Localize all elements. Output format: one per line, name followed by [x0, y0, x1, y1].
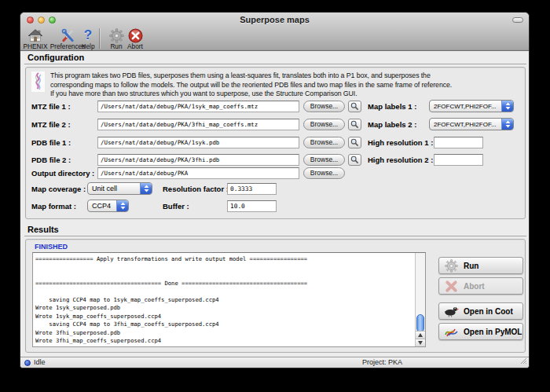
open-in-coot-button[interactable]: Open in Coot	[438, 302, 523, 320]
popup-stepper-icon	[501, 101, 513, 112]
map-labels-1-label: Map labels 1 :	[368, 101, 416, 112]
window-header[interactable]: Superpose maps PHENIX	[20, 13, 529, 51]
project-label: Project: PKA	[362, 357, 402, 368]
configuration-divider	[24, 64, 526, 64]
toolbar-button-phenix[interactable]: PHENIX	[22, 27, 49, 50]
arrow-up-icon	[418, 333, 423, 337]
status-badge: FINISHED	[35, 243, 68, 251]
open-in-pymol-button[interactable]: Open in PyMOL	[438, 323, 523, 340]
open-in-coot-label: Open in Coot	[464, 307, 513, 316]
popup-stepper-icon	[140, 183, 152, 194]
toolbar: PHENIX Preferences ? Help	[20, 27, 529, 51]
mtz-file-1-browse-button[interactable]: Browse...	[303, 101, 345, 112]
magnifier-icon	[350, 102, 359, 111]
results-section-title: Results	[28, 225, 59, 234]
map-coverage-popup[interactable]: Unit cell	[87, 182, 152, 195]
status-text: Idle	[34, 357, 46, 368]
status-indicator-icon	[24, 360, 31, 366]
configuration-section-title: Configuration	[28, 53, 84, 62]
abort-button-label: Abort	[464, 282, 485, 291]
gear-icon	[442, 259, 460, 273]
open-in-pymol-label: Open in PyMOL	[464, 328, 522, 336]
gear-icon	[107, 27, 126, 43]
arrow-down-icon	[418, 341, 423, 345]
main-content: Configuration This program takes two PDB…	[20, 51, 529, 357]
pdb-file-2-input[interactable]	[97, 154, 299, 166]
toolbar-label-help: Help	[79, 43, 97, 50]
mtz-file-2-inspect-button[interactable]	[348, 119, 361, 130]
map-labels-2-label: Map labels 2 :	[368, 119, 416, 130]
map-coverage-label: Map coverage :	[31, 183, 86, 195]
toolbar-label-abort: Abort	[124, 43, 146, 50]
abort-button[interactable]: Abort	[438, 277, 523, 295]
toolbar-label-phenix: PHENIX	[22, 43, 49, 50]
pdb-file-1-input[interactable]	[97, 137, 299, 148]
pdb-file-1-inspect-button[interactable]	[348, 137, 361, 148]
pdb-file-1-label: PDB file 1 :	[31, 137, 71, 148]
toolbar-toggle-button[interactable]	[512, 17, 523, 23]
toolbar-button-help[interactable]: ? Help	[79, 27, 97, 50]
description-line-2: corresponding maps to follow the models.…	[50, 81, 523, 89]
toolbar-separator	[99, 28, 100, 49]
high-resolution-2-input[interactable]	[434, 154, 483, 166]
output-directory-label: Output directory :	[31, 167, 94, 179]
mtz-file-1-label: MTZ file 1 :	[31, 101, 71, 112]
resize-grip[interactable]	[520, 357, 527, 366]
buffer-label: Buffer :	[163, 200, 189, 212]
pdb-file-2-label: PDB file 2 :	[31, 154, 71, 166]
pdb-file-2-inspect-button[interactable]	[348, 154, 361, 166]
question-icon: ?	[79, 27, 97, 43]
status-bar: Idle Project: PKA	[20, 357, 529, 368]
resolution-factor-input[interactable]	[227, 183, 277, 195]
mtz-file-1-inspect-button[interactable]	[348, 101, 361, 112]
description-line-3: If you have more than two structures whi…	[50, 90, 523, 97]
superpose-maps-window: Superpose maps PHENIX	[20, 12, 530, 368]
abort-icon	[124, 27, 146, 43]
map-labels-2-popup[interactable]: 2FOFCWT,PHI2FOF...	[429, 118, 514, 130]
pdb-file-1-browse-button[interactable]: Browse...	[303, 137, 345, 148]
scroll-up-button[interactable]	[416, 331, 425, 339]
magnifier-icon	[350, 156, 359, 164]
toolbar-button-abort[interactable]: Abort	[124, 27, 146, 50]
toolbar-label-run: Run	[107, 43, 126, 50]
map-labels-1-popup[interactable]: 2FOFCWT,PHI2FOF...	[429, 100, 514, 112]
desktop-background: Superpose maps PHENIX	[0, 0, 550, 392]
mtz-file-2-label: MTZ file 2 :	[31, 119, 71, 130]
resolution-factor-label: Resolution factor :	[163, 183, 229, 195]
coot-bird-icon	[442, 306, 460, 317]
popup-stepper-icon	[501, 119, 513, 130]
results-divider	[24, 236, 526, 236]
run-button[interactable]: Run	[438, 257, 523, 274]
mtz-file-2-browse-button[interactable]: Browse...	[303, 119, 345, 130]
buffer-input[interactable]	[227, 200, 277, 212]
high-resolution-1-input[interactable]	[434, 137, 483, 148]
console-scrollbar[interactable]	[415, 253, 425, 346]
results-groupbox: FINISHED ================= Apply transfo…	[25, 239, 526, 353]
console-output[interactable]: ================= Apply transformations …	[32, 252, 426, 347]
magnifier-icon	[350, 120, 359, 129]
scroll-down-button[interactable]	[416, 339, 425, 346]
high-resolution-1-label: High resolution 1 :	[368, 137, 433, 148]
zoom-button[interactable]	[49, 16, 56, 24]
console-text: ================= Apply transformations …	[33, 253, 425, 345]
output-directory-browse-button[interactable]: Browse...	[303, 167, 345, 179]
close-button[interactable]	[27, 16, 34, 24]
minimize-button[interactable]	[38, 16, 45, 24]
map-format-label: Map format :	[31, 200, 76, 212]
abort-x-icon	[442, 280, 460, 293]
pymol-ribbon-icon	[442, 326, 460, 338]
mtz-file-2-input[interactable]	[97, 119, 299, 130]
scrollbar-thumb[interactable]	[416, 314, 424, 332]
toolbar-button-run[interactable]: Run	[107, 27, 126, 50]
run-button-label: Run	[464, 262, 478, 270]
configuration-groupbox: This program takes two PDB files, superp…	[25, 67, 526, 219]
pdb-file-2-browse-button[interactable]: Browse...	[303, 154, 345, 166]
popup-stepper-icon	[116, 200, 128, 211]
window-title: Superpose maps	[68, 15, 482, 24]
map-format-popup[interactable]: CCP4	[87, 200, 129, 212]
output-directory-input[interactable]	[97, 167, 299, 179]
description-line-1: This program takes two PDB files, superp…	[50, 71, 523, 79]
ribbon-thumbnail-icon	[31, 71, 45, 92]
magnifier-icon	[350, 138, 359, 147]
mtz-file-1-input[interactable]	[97, 101, 299, 112]
